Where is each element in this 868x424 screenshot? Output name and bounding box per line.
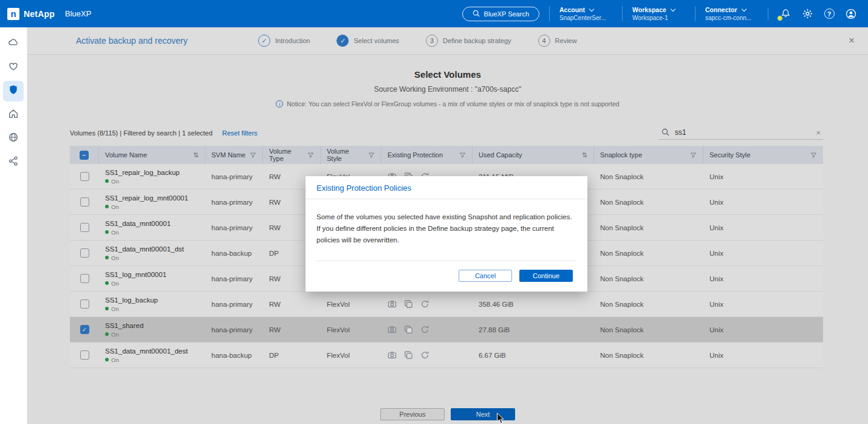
- help-icon[interactable]: ?: [823, 8, 835, 20]
- sidebar-item-canvas[interactable]: [3, 33, 24, 54]
- continue-button[interactable]: Continue: [519, 270, 573, 282]
- search-icon: [473, 10, 480, 18]
- top-navbar: n NetApp BlueXP BlueXP Search Account Sn…: [0, 0, 868, 27]
- dialog-title: Existing Protection Policies: [306, 176, 587, 199]
- connector-menu[interactable]: Connector sapcc-cm-conn...: [695, 6, 758, 21]
- connector-value: sapcc-cm-conn...: [705, 15, 758, 21]
- brand-name: NetApp: [24, 9, 55, 19]
- sidebar-item-extensions[interactable]: [3, 152, 24, 173]
- topbar-icons: ?: [768, 8, 857, 20]
- brand: n NetApp BlueXP: [7, 8, 91, 20]
- workspace-label: Workspace: [632, 6, 666, 13]
- governance-globe-icon: [8, 132, 19, 145]
- account-menu[interactable]: Account SnapCenterSer...: [549, 6, 612, 21]
- canvas-cloud-icon: [8, 37, 19, 50]
- mobility-home-icon: [8, 108, 19, 121]
- cancel-button[interactable]: Cancel: [459, 270, 512, 282]
- search-button-label: BlueXP Search: [484, 10, 529, 18]
- dialog-text-line1: Some of the volumes you selected have ex…: [316, 211, 576, 223]
- dialog-actions: Cancel Continue: [306, 261, 587, 292]
- sidebar-item-governance[interactable]: [3, 128, 24, 149]
- notification-badge: [777, 15, 783, 21]
- workspace-menu[interactable]: Workspace Workspace-1: [622, 6, 685, 21]
- chevron-down-icon: [671, 6, 675, 11]
- settings-gear-icon[interactable]: [801, 8, 813, 20]
- account-value: SnapCenterSer...: [559, 15, 612, 21]
- left-sidebar: [0, 27, 27, 424]
- chevron-down-icon: [589, 6, 594, 11]
- sidebar-item-health[interactable]: [3, 57, 24, 78]
- dialog-body: Some of the volumes you selected have ex…: [306, 199, 587, 261]
- bluexp-search-button[interactable]: BlueXP Search: [462, 7, 539, 21]
- product-name: BlueXP: [65, 9, 91, 18]
- chevron-down-icon: [741, 6, 746, 11]
- protection-shield-icon: [8, 84, 19, 98]
- workspace-value: Workspace-1: [632, 15, 685, 21]
- sidebar-item-protection[interactable]: [3, 81, 24, 101]
- health-heart-icon: [8, 61, 19, 74]
- dialog-text-line2: If you define different policies in the …: [316, 223, 576, 246]
- connector-label: Connector: [705, 6, 737, 13]
- bluexp-app: n NetApp BlueXP BlueXP Search Account Sn…: [0, 0, 868, 424]
- user-icon[interactable]: [845, 8, 857, 20]
- sidebar-item-mobility[interactable]: [3, 104, 24, 125]
- account-label: Account: [559, 6, 585, 13]
- existing-protection-dialog: Existing Protection Policies Some of the…: [306, 176, 587, 292]
- netapp-logo-icon: n: [7, 8, 19, 20]
- extensions-share-icon: [8, 156, 19, 169]
- notifications-bell-icon[interactable]: [779, 8, 791, 20]
- topbar-right: BlueXP Search Account SnapCenterSer... W…: [462, 6, 857, 21]
- main-area: Activate backup and recovery ✓ Introduct…: [27, 27, 868, 424]
